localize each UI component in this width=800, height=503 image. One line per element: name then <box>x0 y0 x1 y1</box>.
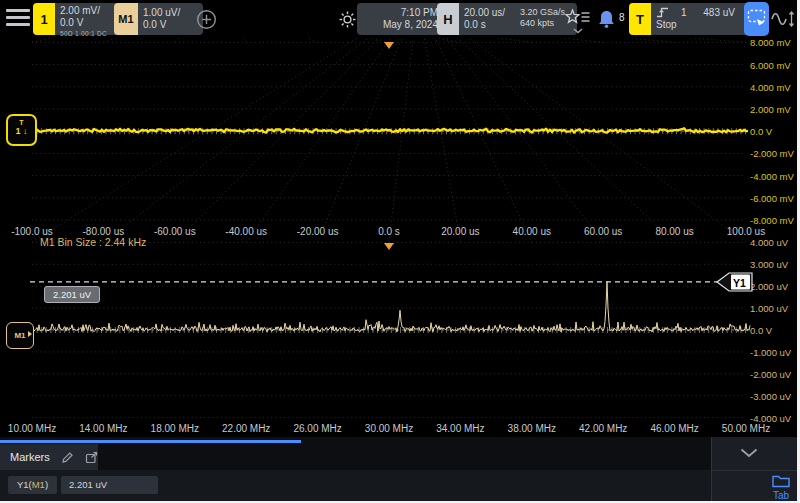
channel1-ground-marker[interactable]: T 1 ↓ <box>6 114 37 146</box>
axis-label: 30.00 MHz <box>365 423 413 434</box>
clock-display[interactable]: 7:10 PM May 8, 2024 <box>357 3 443 35</box>
collapse-panel-chevron-icon[interactable] <box>740 448 758 458</box>
graticule <box>32 0 746 418</box>
axis-labels-layer: 8.000 mV6.000 mV4.000 mV2.000 mV0.0 V-2.… <box>0 0 797 501</box>
clock-time: 7:10 PM <box>362 7 438 19</box>
axis-label: 40.00 us <box>513 226 551 237</box>
chevron-down-icon[interactable] <box>573 28 583 60</box>
axis-label: 18.00 MHz <box>151 423 199 434</box>
tab-button[interactable]: Tab <box>764 474 797 501</box>
axis-label: -3.000 uV <box>750 391 791 402</box>
axis-label: 0.0 s <box>378 226 400 237</box>
edge-trigger-icon <box>656 6 669 19</box>
waveform-display[interactable] <box>0 0 797 501</box>
waveform-scale-icon[interactable] <box>771 8 796 40</box>
math1-ground-marker[interactable]: M1 <box>6 322 34 349</box>
axis-label: -60.00 us <box>154 226 196 237</box>
channel1-coupling: 50Ω 1.00:1 DC <box>60 30 117 38</box>
axis-label: 0.0 V <box>750 126 772 137</box>
trigger-button[interactable]: T 1 483 uV Stop <box>629 3 750 35</box>
horizontal-position: 0.0 s <box>464 19 518 31</box>
axis-label: 2.000 uV <box>750 281 788 292</box>
channel1-button[interactable]: 1 2.00 mV/ 0.0 V 50Ω 1.00:1 DC <box>33 3 122 35</box>
traces <box>30 128 750 332</box>
axis-label: 50.00 MHz <box>722 423 770 434</box>
acquisition-mode: Stop <box>656 19 745 31</box>
math1-offset: 0.0 V <box>143 19 198 31</box>
fft-bin-size-label: M1 Bin Size : 2.44 kHz <box>40 236 146 248</box>
math1-badge: M1 <box>114 3 138 35</box>
y1-flag-label: Y1 <box>733 277 746 289</box>
axis-label: 14.00 MHz <box>79 423 127 434</box>
horizontal-button[interactable]: H 20.00 us/ 0.0 s <box>437 3 523 35</box>
markers-tab-label: Markers <box>10 451 50 463</box>
axis-label: -2.000 mV <box>750 148 794 159</box>
marker-name-cell: Y1(M1) <box>8 476 57 494</box>
axis-label: 26.00 MHz <box>293 423 341 434</box>
divider <box>712 470 797 471</box>
axis-label: 80.00 us <box>655 226 693 237</box>
axis-label: 20.00 us <box>441 226 479 237</box>
menu-button[interactable] <box>6 9 30 30</box>
axis-label: -2.000 uV <box>750 369 791 380</box>
axis-label: 38.00 MHz <box>508 423 556 434</box>
trigger-letter: T <box>19 119 23 126</box>
horizontal-badge: H <box>437 3 459 35</box>
axis-label: 1.000 uV <box>750 303 788 314</box>
axis-label: 46.00 MHz <box>650 423 698 434</box>
axis-label: 42.00 MHz <box>579 423 627 434</box>
notification-count: 8 <box>619 12 625 44</box>
edit-pencil-icon[interactable] <box>61 451 74 464</box>
axis-label: -40.00 us <box>225 226 267 237</box>
marquee-zoom-button[interactable] <box>744 2 769 36</box>
axis-label: 22.00 MHz <box>222 423 270 434</box>
notifications-bell-icon[interactable] <box>597 9 616 41</box>
axis-label: -4.000 mV <box>750 171 794 182</box>
horizontal-scroll-indicator[interactable] <box>0 440 301 443</box>
math1-scale: 1.00 uV/ <box>143 7 198 19</box>
axis-label: 6.000 mV <box>750 60 791 71</box>
axis-label: 34.00 MHz <box>436 423 484 434</box>
trigger-level: 483 uV <box>703 7 735 19</box>
axis-label: 3.000 uV <box>750 259 788 270</box>
channel1-scale: 2.00 mV/ <box>60 5 117 17</box>
clock-date: May 8, 2024 <box>362 19 438 31</box>
axis-label: 4.000 uV <box>750 237 788 248</box>
trigger-source: 1 <box>681 7 687 19</box>
axis-label: 2.000 mV <box>750 104 791 115</box>
markers-row-area: Y1(M1) 2.201 uV <box>0 470 711 501</box>
folder-icon <box>772 474 790 488</box>
channel-number: 1 <box>15 126 20 136</box>
markers-tab[interactable]: Markers <box>0 444 98 470</box>
panel-controls-column: Tab <box>711 437 797 501</box>
y1-marker-value-box: 2.201 uV <box>44 286 100 303</box>
channel1-offset: 0.0 V <box>60 17 117 29</box>
fft-center-marker-icon[interactable] <box>384 243 394 250</box>
markers-panel: Markers Y1(M1) 2.201 uV <box>0 437 797 501</box>
top-toolbar: 1 2.00 mV/ 0.0 V 50Ω 1.00:1 DC M1 1.00 u… <box>0 0 797 38</box>
axis-label: 10.00 MHz <box>8 423 56 434</box>
axis-label: 4.000 mV <box>750 82 791 93</box>
axis-label: 100.0 us <box>727 226 765 237</box>
horizontal-scale: 20.00 us/ <box>464 7 518 19</box>
channel1-badge: 1 <box>33 3 55 35</box>
trigger-badge: T <box>629 3 651 35</box>
right-arrow-icon <box>28 331 32 337</box>
axis-label: -8.000 mV <box>750 215 794 226</box>
brightness-icon[interactable] <box>338 10 357 42</box>
math1-button[interactable]: M1 1.00 uV/ 0.0 V <box>114 3 203 35</box>
axis-label: 0.0 V <box>750 325 772 336</box>
trigger-time-marker-icon[interactable] <box>384 42 394 49</box>
y1-marker-flag[interactable]: Y1 <box>716 271 754 293</box>
add-waveform-button[interactable] <box>196 9 217 41</box>
axis-label: -4.000 uV <box>750 413 791 424</box>
tab-button-label: Tab <box>764 490 797 501</box>
math1-label: M1 <box>14 331 25 340</box>
export-icon[interactable] <box>85 451 98 464</box>
axis-label: -6.000 mV <box>750 193 794 204</box>
axis-label: -1.000 uV <box>750 347 791 358</box>
marquee-select-icon <box>744 2 769 36</box>
axis-label: 60.00 us <box>584 226 622 237</box>
marker-value-cell: 2.201 uV <box>61 476 158 494</box>
axis-label: -20.00 us <box>297 226 339 237</box>
